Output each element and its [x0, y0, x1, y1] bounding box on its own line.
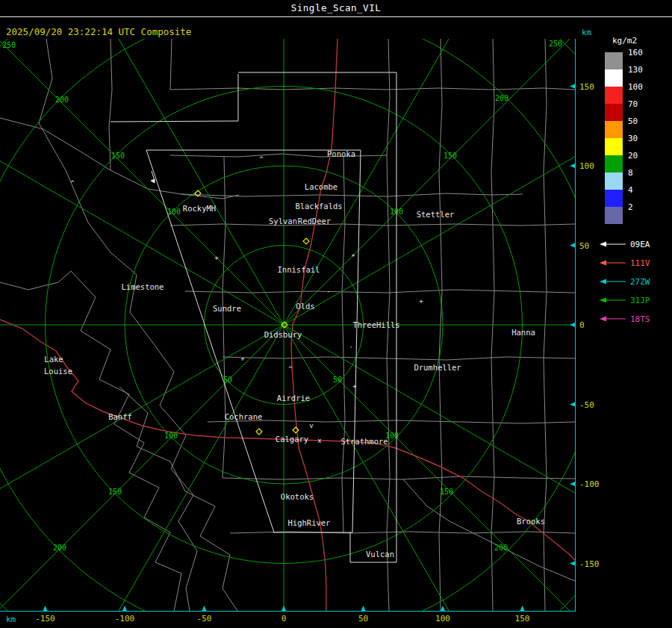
radar-display: Single_Scan_VIL 2025/09/20 23:22:14 UTC … [0, 0, 672, 628]
radar-arrow-icon [600, 317, 606, 322]
range-ring-label: 150 [444, 152, 457, 160]
right-axis-label: -100 [579, 479, 600, 489]
colorbar-swatch [605, 172, 623, 190]
city-label-lacombe: Lacombe [305, 182, 337, 191]
colorbar-unit: kg/m2 [612, 36, 637, 46]
city-label-limestone: Limestone [122, 282, 164, 291]
city-label-okotoks: Okotoks [281, 492, 314, 501]
right-axis-tick [570, 323, 575, 327]
city-label-olds: Olds [296, 302, 314, 311]
city-label-threehills: ThreeHills [352, 320, 399, 329]
axis-unit-top: km [582, 28, 592, 37]
bottom-axis-tick [202, 606, 207, 611]
colorbar-swatch [605, 69, 623, 87]
radar-id-label: 18TS [630, 314, 650, 324]
right-axis-tick [570, 243, 575, 248]
city-label-rockymh: RockyMH [183, 204, 216, 213]
city-label-strathmore: Strathmore [340, 437, 388, 446]
range-ring-200km [0, 7, 602, 628]
azimuth-line [0, 8, 600, 628]
colorbar-value: 20 [628, 151, 638, 161]
map-symbol: + [214, 254, 219, 261]
county-line [223, 357, 575, 360]
range-ring-label: 250 [549, 40, 562, 48]
map-symbol: · [349, 343, 352, 351]
map-symbol: ^ [70, 179, 75, 187]
county-line [185, 290, 575, 293]
county-line [181, 193, 523, 196]
radar-arrow-icon [600, 279, 606, 285]
city-label-blackfalds: Blackfalds [295, 202, 342, 211]
colorbar-swatch [605, 155, 623, 172]
range-ring-label: 200 [495, 94, 508, 102]
map-symbol: · [326, 288, 330, 296]
range-ring-label: 250 [2, 41, 16, 49]
site-marker-diamond [303, 238, 309, 244]
map-symbol: v [309, 422, 313, 429]
colorbar-value: 8 [628, 168, 633, 178]
range-ring-label: 150 [111, 152, 125, 160]
range-ring-label: 100 [167, 208, 181, 216]
bottom-axis: km -150-100-50050100150 [0, 606, 576, 624]
right-axis-label: 100 [579, 161, 594, 171]
bottom-axis-label: 0 [281, 614, 287, 624]
colorbar-value: 70 [628, 99, 638, 109]
range-ring-250km [0, 0, 672, 628]
colorbar-value: 100 [628, 82, 643, 92]
colorbar-swatch [605, 190, 623, 207]
map-symbol: x [317, 437, 322, 444]
bottom-axis-label: 150 [515, 614, 530, 624]
colorbar: 16013010070503020842 [605, 48, 643, 224]
city-label-airdrie: Airdrie [277, 394, 310, 402]
azimuth-line [0, 8, 600, 628]
colorbar-value: 130 [628, 65, 643, 75]
county-line [170, 224, 575, 226]
colorbar-value: 4 [628, 185, 633, 195]
colorbar-value: 160 [628, 48, 643, 57]
range-ring-label: 50 [333, 376, 342, 384]
radar-id-label: 111V [630, 258, 650, 268]
city-label-reddeer: RedDeer [298, 217, 331, 226]
city-label-stettler: Stettler [417, 210, 455, 219]
range-ring-label: 50 [223, 376, 232, 384]
county-line [342, 157, 345, 533]
county-line [170, 88, 575, 90]
bottom-axis-label: -100 [115, 614, 135, 624]
range-ring-label: 100 [164, 432, 178, 440]
right-axis-tick [570, 402, 575, 407]
range-ring-label: 200 [494, 544, 508, 552]
range-ring-label: 150 [440, 488, 453, 496]
radar-id-label: 09EA [630, 240, 650, 249]
city-label-sundre: Sundre [213, 304, 241, 313]
county-line [71, 271, 181, 611]
city-label-vulcan: Vulcan [366, 550, 394, 559]
map-symbol: * [351, 253, 355, 261]
range-rings [0, 0, 672, 628]
bottom-axis-tick [281, 606, 286, 611]
colorbar-value: 50 [628, 116, 638, 126]
colorbar-swatch [605, 52, 623, 69]
window-title: Single_Scan_VIL [291, 2, 381, 13]
axis-unit-bottom: km [6, 615, 16, 624]
scan-boundaries [111, 72, 396, 562]
right-axis-label: -50 [579, 400, 594, 410]
colorbar-swatch [605, 138, 623, 155]
city-label-lake: Lake [44, 355, 63, 364]
right-axis: 150100500-50-100-150 [570, 39, 600, 612]
bottom-axis-tick [361, 606, 366, 611]
bottom-axis-tick [122, 606, 127, 611]
right-axis-label: 50 [579, 241, 589, 251]
site-marker-diamond [293, 427, 299, 433]
bottom-axis-label: 100 [435, 614, 450, 624]
city-label-highriver: HighRiver [288, 518, 331, 527]
city-label-innisfail: Innisfail [278, 265, 320, 274]
right-axis-label: 0 [579, 320, 585, 330]
map-symbol: ^ [259, 155, 264, 163]
county-line [223, 476, 575, 479]
colorbar-swatch [605, 104, 623, 121]
range-ring-label: 200 [53, 544, 66, 552]
radar-id-label: 31JP [630, 296, 650, 305]
range-ring-label: 200 [55, 96, 69, 104]
bottom-axis-label: 50 [358, 614, 368, 624]
city-label-sylvan: Sylvan [269, 217, 297, 226]
